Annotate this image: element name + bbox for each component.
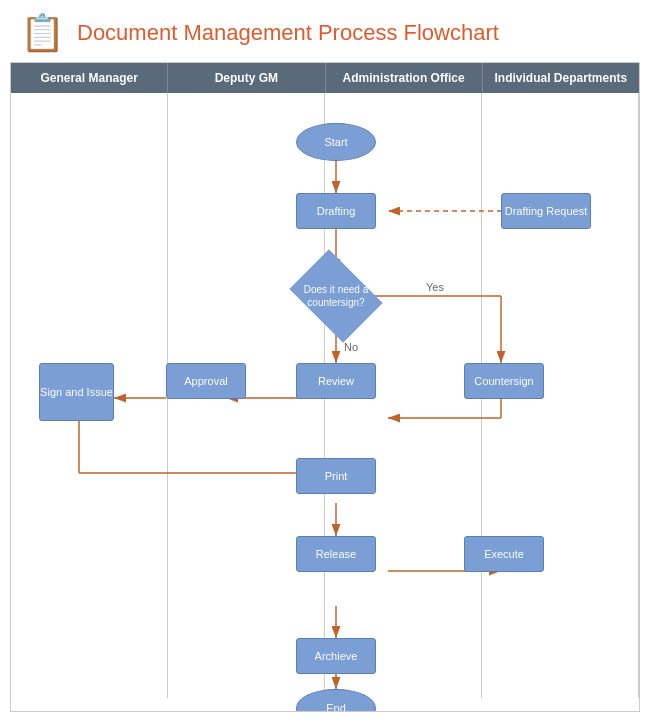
start-node: Start (296, 123, 376, 161)
print-node: Print (296, 458, 376, 494)
lane-header-admin: Administration Office (326, 63, 483, 93)
flowchart-container: General Manager Deputy GM Administration… (10, 62, 640, 712)
page-header: 📋 Document Management Process Flowchart (0, 0, 650, 62)
countersign-node: Countersign (464, 363, 544, 399)
lane-header-dept: Individual Departments (483, 63, 639, 93)
archieve-node: Archieve (296, 638, 376, 674)
page-title: Document Management Process Flowchart (77, 20, 499, 46)
approval-node: Approval (166, 363, 246, 399)
lane-header-gm: General Manager (11, 63, 168, 93)
sign-issue-node: Sign and Issue (39, 363, 114, 421)
lane-headers: General Manager Deputy GM Administration… (11, 63, 639, 93)
release-node: Release (296, 536, 376, 572)
lane-header-dgm: Deputy GM (168, 63, 325, 93)
drafting-node: Drafting (296, 193, 376, 229)
execute-node: Execute (464, 536, 544, 572)
lanes-area: No Yes Start Drafting Drafting Request D… (11, 93, 639, 698)
drafting-request-node: Drafting Request (501, 193, 591, 229)
document-icon: 📋 (20, 12, 65, 54)
review-node: Review (296, 363, 376, 399)
